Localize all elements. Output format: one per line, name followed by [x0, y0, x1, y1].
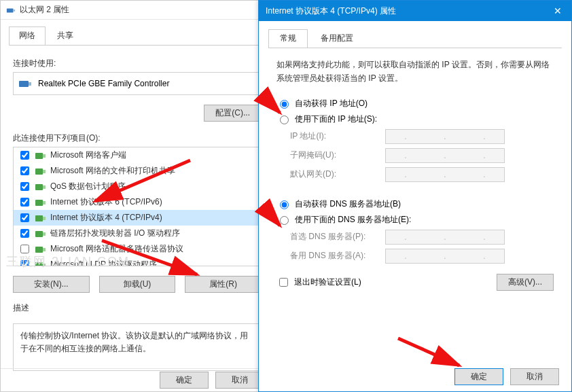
radio-ip-manual-label: 使用下面的 IP 地址(S): [295, 113, 377, 125]
ethernet-adapter-icon [19, 79, 31, 88]
tab-alternate[interactable]: 备用配置 [309, 29, 365, 48]
list-item-label: QoS 数据包计划程序 [50, 181, 126, 192]
list-item-checkbox[interactable] [20, 260, 29, 266]
list-item-checkbox[interactable] [20, 245, 29, 253]
list-item-label: Internet 协议版本 4 (TCP/IPv4) [50, 212, 162, 224]
list-item[interactable]: Microsoft 网络适配器多路传送器协议 [14, 241, 261, 257]
list-item-label: Microsoft 网络的文件和打印机共享 [50, 165, 175, 177]
protocol-icon [35, 151, 46, 160]
configure-button[interactable]: 配置(C)... [204, 105, 262, 122]
dns1-input: ... [385, 230, 505, 245]
svg-rect-0 [7, 8, 14, 12]
left-ok-button[interactable]: 确定 [160, 372, 209, 389]
left-cancel-button[interactable]: 取消 [215, 372, 264, 389]
list-item[interactable]: QoS 数据包计划程序 [14, 179, 261, 194]
svg-rect-11 [43, 201, 46, 204]
items-label: 此连接使用下列项目(O): [13, 132, 262, 144]
radio-dns-manual-label: 使用下面的 DNS 服务器地址(E): [295, 214, 411, 226]
install-button[interactable]: 安装(N)... [13, 276, 90, 293]
validate-label: 退出时验证设置(L) [294, 277, 361, 288]
svg-rect-5 [43, 154, 46, 158]
radio-dns-auto[interactable]: 自动获得 DNS 服务器地址(B) [276, 198, 554, 210]
gateway-label: 默认网关(D): [290, 168, 385, 180]
svg-rect-3 [29, 82, 31, 86]
left-titlebar: 以太网 2 属性 [1, 1, 274, 20]
left-tabs: 网络 共享 [9, 26, 266, 46]
list-item-label: 链路层拓扑发现映射器 I/O 驱动程序 [50, 228, 180, 239]
svg-rect-4 [35, 153, 43, 159]
radio-ip-auto[interactable]: 自动获得 IP 地址(O) [276, 98, 554, 109]
tab-network[interactable]: 网络 [9, 26, 46, 45]
protocol-icon [35, 166, 46, 176]
svg-rect-19 [43, 264, 46, 267]
protocol-icon [35, 213, 46, 223]
subnet-mask-label: 子网掩码(U): [290, 149, 385, 161]
protocol-icon [35, 229, 46, 238]
list-item[interactable]: Microsoft 网络的文件和打印机共享 [14, 163, 261, 179]
right-footer: 确定 取消 [259, 361, 571, 391]
list-item-checkbox[interactable] [20, 182, 29, 191]
radio-ip-manual[interactable]: 使用下面的 IP 地址(S): [276, 113, 554, 125]
gateway-input: ... [385, 167, 505, 182]
description-label: 描述 [13, 302, 262, 314]
list-item-checkbox[interactable] [20, 151, 29, 160]
svg-rect-16 [35, 247, 43, 253]
ip-address-input: ... [385, 129, 505, 144]
svg-rect-6 [35, 168, 43, 175]
list-item-checkbox[interactable] [20, 229, 29, 238]
radio-dns-auto-input[interactable] [280, 200, 289, 209]
dns2-label: 备用 DNS 服务器(A): [290, 250, 385, 262]
list-item[interactable]: Internet 协议版本 4 (TCP/IPv4) [14, 210, 261, 226]
right-titlebar: Internet 协议版本 4 (TCP/IPv4) 属性 ✕ [259, 1, 571, 21]
dns2-input: ... [385, 249, 505, 264]
close-icon[interactable]: ✕ [544, 1, 571, 21]
subnet-mask-input: ... [385, 148, 505, 163]
radio-dns-manual-input[interactable] [280, 216, 289, 225]
ethernet-properties-dialog: 以太网 2 属性 网络 共享 连接时使用: Realtek PCIe GBE F… [0, 0, 274, 392]
dns1-label: 首选 DNS 服务器(P): [290, 231, 385, 243]
list-item-checkbox[interactable] [20, 166, 29, 175]
radio-ip-manual-input[interactable] [280, 115, 289, 124]
network-adapter-icon [6, 5, 16, 15]
list-item[interactable]: Microsoft 网络客户端 [14, 147, 261, 163]
list-item-label: Microsoft LLDP 协议驱动程序 [50, 259, 157, 266]
svg-rect-17 [43, 248, 46, 251]
connect-using-label: 连接时使用: [13, 58, 262, 69]
list-item[interactable]: Internet 协议版本 6 (TCP/IPv6) [14, 194, 261, 210]
protocol-icon [35, 182, 46, 192]
svg-rect-18 [35, 262, 43, 267]
svg-rect-7 [43, 170, 46, 173]
right-ok-button[interactable]: 确定 [454, 368, 503, 385]
protocol-icon [35, 245, 46, 254]
left-footer: 确定 取消 [1, 368, 274, 391]
description-text: 传输控制协议/Internet 协议。该协议是默认的广域网络协议，用于在不同的相… [13, 323, 262, 371]
list-item[interactable]: 链路层拓扑发现映射器 I/O 驱动程序 [14, 226, 261, 241]
adapter-name: Realtek PCIe GBE Family Controller [38, 79, 169, 88]
right-title: Internet 协议版本 4 (TCP/IPv4) 属性 [266, 5, 396, 17]
svg-rect-2 [19, 81, 29, 87]
adapter-box[interactable]: Realtek PCIe GBE Family Controller [13, 72, 262, 95]
radio-dns-manual[interactable]: 使用下面的 DNS 服务器地址(E): [276, 214, 554, 226]
list-item[interactable]: Microsoft LLDP 协议驱动程序 [14, 257, 261, 266]
properties-button[interactable]: 属性(R) [185, 276, 262, 293]
protocol-icon [35, 260, 46, 267]
svg-rect-10 [35, 200, 43, 206]
validate-checkbox[interactable] [279, 278, 288, 287]
uninstall-button[interactable]: 卸载(U) [99, 276, 176, 293]
svg-rect-12 [35, 215, 43, 221]
protocol-icon [35, 198, 46, 207]
svg-rect-1 [14, 10, 16, 12]
svg-rect-13 [43, 217, 46, 220]
right-cancel-button[interactable]: 取消 [510, 368, 559, 385]
protocol-listbox[interactable]: Microsoft 网络客户端Microsoft 网络的文件和打印机共享QoS … [13, 147, 262, 266]
radio-ip-auto-input[interactable] [280, 100, 289, 109]
tab-general[interactable]: 常规 [268, 29, 308, 48]
svg-rect-15 [43, 232, 46, 236]
advanced-button[interactable]: 高级(V)... [497, 274, 554, 291]
list-item-checkbox[interactable] [20, 213, 29, 222]
list-item-checkbox[interactable] [20, 198, 29, 207]
tab-share[interactable]: 共享 [47, 26, 84, 45]
list-item-label: Microsoft 网络适配器多路传送器协议 [50, 243, 183, 255]
ip-address-label: IP 地址(I): [290, 130, 385, 142]
right-tabs: 常规 备用配置 [268, 29, 562, 48]
